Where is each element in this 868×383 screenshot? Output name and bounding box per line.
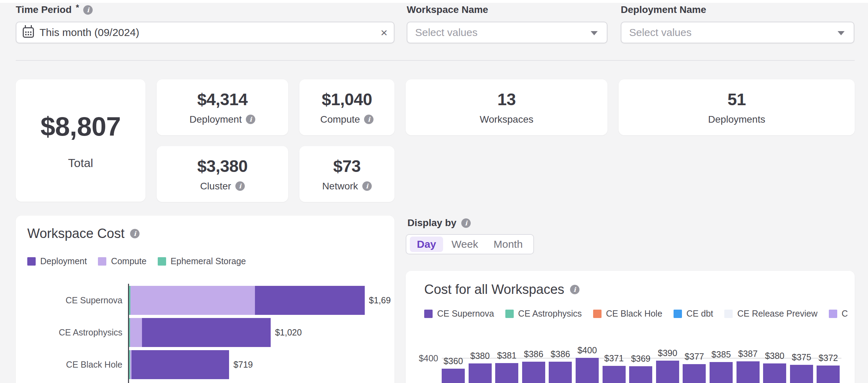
workspace-name-label: Workspace Name xyxy=(407,4,488,15)
cost-all-workspaces-legend-item[interactable]: CE Black Hole xyxy=(593,309,662,319)
workspaces-count-label: Workspaces xyxy=(480,114,534,125)
legend-label: CE Release Preview xyxy=(737,309,817,319)
bar[interactable] xyxy=(683,364,706,383)
display-by-label-text: Display by xyxy=(407,217,456,229)
cost-dashboard-page: Time Period*i This month (09/2024) × Wor… xyxy=(0,0,868,383)
cost-all-workspaces-legend-item[interactable]: CE Release Preview xyxy=(724,309,817,319)
card-deployment-cost: $4,314 Deploymenti xyxy=(157,79,288,135)
workspace-cost-legend: DeploymentComputeEphemeral Storage xyxy=(27,256,246,266)
card-cluster-cost: $3,380 Clusteri xyxy=(157,146,288,202)
bar-segment-compute[interactable] xyxy=(130,318,142,347)
bar[interactable] xyxy=(469,363,492,383)
info-icon[interactable]: i xyxy=(235,181,245,191)
legend-swatch-icon xyxy=(27,257,36,266)
deployment-cost-value: $4,314 xyxy=(197,90,248,109)
calendar-icon xyxy=(23,27,34,38)
bar[interactable] xyxy=(737,361,760,383)
compute-cost-label: Compute xyxy=(320,114,360,125)
legend-swatch-icon xyxy=(505,310,514,318)
bar-segment-deployment[interactable] xyxy=(131,350,229,379)
category-label: CE Black Hole xyxy=(28,350,122,379)
network-cost-value: $73 xyxy=(333,157,361,176)
deployment-name-placeholder: Select values xyxy=(629,27,691,38)
bar[interactable] xyxy=(817,366,840,383)
time-period-input[interactable]: This month (09/2024) × xyxy=(16,22,394,43)
legend-label: CE Astrophysics xyxy=(518,309,582,319)
network-cost-label: Network xyxy=(322,181,358,192)
cluster-cost-value: $3,380 xyxy=(197,157,248,176)
legend-label: CE F xyxy=(842,309,848,319)
deployment-name-label: Deployment Name xyxy=(621,4,706,15)
time-period-value: This month (09/2024) xyxy=(40,27,139,38)
bar-row xyxy=(129,318,271,347)
info-icon[interactable]: i xyxy=(83,5,93,15)
y-axis-tick-label: $400 xyxy=(406,353,438,363)
bar-total-label: $1,020 xyxy=(275,318,301,347)
legend-label: CE Supernova xyxy=(437,309,494,319)
workspace-cost-legend-item[interactable]: Deployment xyxy=(27,256,87,266)
bar[interactable] xyxy=(710,362,733,383)
cost-all-workspaces-legend-item[interactable]: CE dbt xyxy=(674,309,713,319)
total-value: $8,807 xyxy=(41,111,121,142)
card-deployments-count: 51 Deployments xyxy=(619,79,855,135)
legend-swatch-icon xyxy=(424,310,433,318)
legend-label: CE dbt xyxy=(686,309,713,319)
required-asterisk: * xyxy=(76,3,79,13)
cost-all-workspaces-title: Cost for all Workspacesi xyxy=(424,282,579,297)
workspace-cost-legend-item[interactable]: Ephemeral Storage xyxy=(158,256,246,266)
info-icon[interactable]: i xyxy=(364,115,373,124)
info-icon[interactable]: i xyxy=(570,285,579,294)
bar[interactable] xyxy=(603,366,626,383)
bar[interactable] xyxy=(495,363,518,383)
legend-label: Deployment xyxy=(40,256,87,266)
compute-cost-value: $1,040 xyxy=(322,90,372,109)
info-icon[interactable]: i xyxy=(246,115,255,124)
legend-label: Ephemeral Storage xyxy=(171,256,246,266)
bar[interactable] xyxy=(790,365,813,383)
cluster-cost-label: Cluster xyxy=(200,181,231,192)
legend-swatch-icon xyxy=(593,310,602,318)
chevron-down-icon xyxy=(591,31,598,35)
legend-swatch-icon xyxy=(724,310,733,318)
bar-total-label: $719 xyxy=(233,350,253,379)
legend-swatch-icon xyxy=(674,310,682,318)
time-period-label-text: Time Period xyxy=(16,4,72,15)
bar[interactable] xyxy=(763,363,786,383)
workspace-cost-legend-item[interactable]: Compute xyxy=(98,256,146,266)
bar-row xyxy=(129,350,229,379)
bar[interactable] xyxy=(629,366,652,383)
deployment-name-select[interactable]: Select values xyxy=(621,22,854,43)
bar[interactable] xyxy=(522,362,545,383)
bar[interactable] xyxy=(549,362,572,383)
bar-segment-compute[interactable] xyxy=(130,286,255,315)
toggle-option-day[interactable]: Day xyxy=(410,237,443,252)
bar[interactable] xyxy=(442,369,465,383)
toggle-option-week[interactable]: Week xyxy=(444,237,485,252)
total-label: Total xyxy=(68,156,93,170)
workspace-name-select[interactable]: Select values xyxy=(407,22,607,43)
bar-value-label: $372 xyxy=(811,353,846,363)
info-icon[interactable]: i xyxy=(362,181,372,191)
top-edge-strip xyxy=(0,0,868,3)
deployments-count-value: 51 xyxy=(727,90,746,109)
cost-all-workspaces-legend-item[interactable]: CE F xyxy=(829,309,848,319)
cost-all-workspaces-legend-item[interactable]: CE Supernova xyxy=(424,309,494,319)
cost-all-workspaces-legend-item[interactable]: CE Astrophysics xyxy=(505,309,582,319)
bar-total-label: $1,69 xyxy=(369,286,391,315)
bar-segment-deployment[interactable] xyxy=(255,286,365,315)
info-icon[interactable]: i xyxy=(461,218,471,228)
card-workspaces-count: 13 Workspaces xyxy=(406,79,607,135)
bar[interactable] xyxy=(576,358,599,383)
workspaces-count-value: 13 xyxy=(497,90,515,109)
workspace-cost-title: Workspace Costi xyxy=(27,226,140,241)
category-label: CE Supernova xyxy=(28,286,122,315)
bar[interactable] xyxy=(656,361,679,383)
deployment-name-label-text: Deployment Name xyxy=(621,4,706,15)
info-icon[interactable]: i xyxy=(130,229,140,238)
bar-segment-deployment[interactable] xyxy=(142,318,271,347)
cost-all-workspaces-title-text: Cost for all Workspaces xyxy=(424,282,564,297)
clear-icon[interactable]: × xyxy=(380,27,387,38)
card-total: $8,807 Total xyxy=(16,79,145,202)
deployments-count-label: Deployments xyxy=(708,114,765,125)
toggle-option-month[interactable]: Month xyxy=(486,237,529,252)
